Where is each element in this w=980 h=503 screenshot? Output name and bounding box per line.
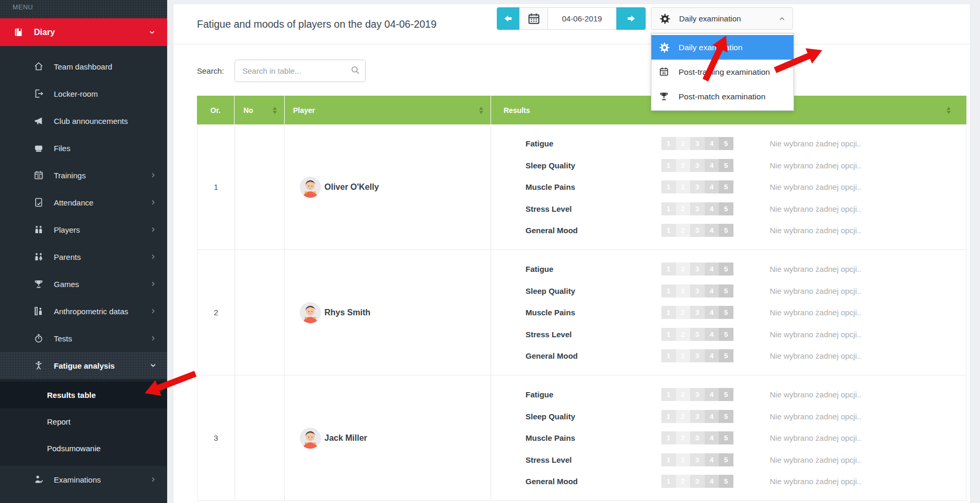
- rating-5-button[interactable]: 5: [719, 306, 733, 319]
- rating-1-button[interactable]: 1: [661, 349, 676, 362]
- rating-3-button[interactable]: 3: [690, 410, 705, 423]
- rating-5-button[interactable]: 5: [719, 431, 733, 444]
- rating-4-button[interactable]: 4: [705, 262, 719, 276]
- rating-4-button[interactable]: 4: [705, 159, 719, 172]
- rating-5-button[interactable]: 5: [719, 349, 733, 362]
- rating-3-button[interactable]: 3: [690, 202, 705, 215]
- rating-4-button[interactable]: 4: [705, 453, 719, 466]
- rating-4-button[interactable]: 4: [705, 306, 719, 319]
- rating-2-button[interactable]: 2: [676, 410, 691, 423]
- sidebar-item-diary[interactable]: Diary: [0, 18, 167, 46]
- rating-4-button[interactable]: 4: [705, 328, 719, 341]
- rating-3-button[interactable]: 3: [690, 137, 705, 150]
- rating-2-button[interactable]: 2: [676, 137, 691, 150]
- rating-5-button[interactable]: 5: [719, 328, 733, 341]
- rating-1-button[interactable]: 1: [661, 159, 676, 172]
- calendar-button[interactable]: [519, 7, 548, 30]
- rating-2-button[interactable]: 2: [676, 475, 691, 488]
- rating-1-button[interactable]: 1: [661, 306, 676, 319]
- rating-2-button[interactable]: 2: [676, 159, 691, 172]
- sidebar-item-podsumowanie[interactable]: Podsumowanie: [0, 435, 167, 462]
- rating-3-button[interactable]: 3: [690, 262, 705, 276]
- rating-4-button[interactable]: 4: [705, 224, 719, 237]
- rating-5-button[interactable]: 5: [719, 202, 733, 215]
- rating-3-button[interactable]: 3: [690, 431, 705, 444]
- rating-5-button[interactable]: 5: [719, 388, 733, 401]
- rating-1-button[interactable]: 1: [661, 410, 676, 423]
- rating-1-button[interactable]: 1: [661, 224, 676, 237]
- rating-2-button[interactable]: 2: [676, 224, 691, 237]
- rating-1-button[interactable]: 1: [661, 202, 676, 215]
- rating-1-button[interactable]: 1: [661, 431, 676, 444]
- sidebar-item-parents[interactable]: Parents: [0, 243, 167, 270]
- rating-2-button[interactable]: 2: [676, 306, 691, 319]
- rating-3-button[interactable]: 3: [690, 306, 705, 319]
- sidebar-item-fatigue-analysis[interactable]: Fatigue analysis: [0, 352, 167, 379]
- rating-4-button[interactable]: 4: [705, 349, 719, 362]
- sidebar-item-anthropometric-datas[interactable]: Anthropometric datas: [0, 298, 167, 325]
- rating-4-button[interactable]: 4: [705, 475, 719, 488]
- exam-option-post-match-examination[interactable]: Post-match examination: [651, 84, 794, 109]
- search-input[interactable]: [235, 60, 366, 82]
- sidebar-item-club-announcements[interactable]: Club announcements: [0, 107, 167, 134]
- sidebar-item-tests[interactable]: Tests: [0, 325, 167, 352]
- rating-3-button[interactable]: 3: [690, 224, 705, 237]
- rating-5-button[interactable]: 5: [719, 159, 733, 172]
- sidebar-item-attendance[interactable]: Attendance: [0, 189, 167, 216]
- rating-1-button[interactable]: 1: [661, 453, 676, 466]
- rating-1-button[interactable]: 1: [661, 180, 676, 193]
- rating-1-button[interactable]: 1: [661, 475, 676, 488]
- exam-option-post-training-examination[interactable]: 31 Post-training examination: [651, 60, 794, 84]
- rating-5-button[interactable]: 5: [719, 224, 733, 237]
- sidebar-item-team-dashboard[interactable]: Team dashboard: [0, 53, 167, 80]
- previous-day-button[interactable]: [497, 7, 519, 30]
- rating-4-button[interactable]: 4: [705, 284, 719, 298]
- rating-4-button[interactable]: 4: [705, 431, 719, 444]
- rating-4-button[interactable]: 4: [705, 410, 719, 423]
- rating-2-button[interactable]: 2: [676, 180, 691, 193]
- rating-4-button[interactable]: 4: [705, 202, 719, 215]
- rating-2-button[interactable]: 2: [676, 202, 691, 215]
- rating-1-button[interactable]: 1: [661, 388, 676, 401]
- examination-type-select[interactable]: Daily examination: [651, 7, 793, 30]
- sidebar-item-locker-room[interactable]: Locker-room: [0, 80, 167, 107]
- rating-2-button[interactable]: 2: [676, 262, 691, 276]
- rating-3-button[interactable]: 3: [690, 475, 705, 488]
- date-field[interactable]: [548, 7, 616, 30]
- sidebar-item-files[interactable]: Files: [0, 134, 167, 162]
- rating-5-button[interactable]: 5: [719, 284, 733, 298]
- rating-2-button[interactable]: 2: [676, 453, 691, 466]
- rating-5-button[interactable]: 5: [719, 410, 733, 423]
- rating-2-button[interactable]: 2: [676, 431, 691, 444]
- rating-2-button[interactable]: 2: [676, 328, 691, 341]
- sidebar-item-players[interactable]: Players: [0, 216, 167, 243]
- rating-5-button[interactable]: 5: [719, 262, 733, 276]
- next-day-button[interactable]: [616, 7, 646, 30]
- rating-4-button[interactable]: 4: [705, 180, 719, 193]
- rating-3-button[interactable]: 3: [690, 388, 705, 401]
- exam-option-daily-examination[interactable]: Daily examination: [651, 35, 794, 60]
- rating-4-button[interactable]: 4: [705, 388, 719, 401]
- sidebar-item-examinations[interactable]: Examinations: [0, 466, 167, 493]
- rating-3-button[interactable]: 3: [690, 453, 705, 466]
- rating-3-button[interactable]: 3: [690, 180, 705, 193]
- rating-3-button[interactable]: 3: [690, 328, 705, 341]
- rating-2-button[interactable]: 2: [676, 388, 691, 401]
- sidebar-item-trainings[interactable]: 31Trainings: [0, 162, 167, 189]
- rating-5-button[interactable]: 5: [719, 475, 733, 488]
- rating-1-button[interactable]: 1: [661, 262, 676, 276]
- rating-5-button[interactable]: 5: [719, 137, 733, 150]
- rating-1-button[interactable]: 1: [661, 284, 676, 298]
- column-header-no[interactable]: No: [235, 96, 285, 124]
- rating-2-button[interactable]: 2: [676, 284, 691, 298]
- rating-1-button[interactable]: 1: [661, 328, 676, 341]
- rating-3-button[interactable]: 3: [690, 349, 705, 362]
- rating-5-button[interactable]: 5: [719, 180, 733, 193]
- rating-2-button[interactable]: 2: [676, 349, 691, 362]
- rating-3-button[interactable]: 3: [690, 284, 705, 298]
- column-header-player[interactable]: Player: [285, 96, 491, 124]
- sidebar-item-games[interactable]: Games: [0, 270, 167, 298]
- sidebar-item-report[interactable]: Report: [0, 408, 167, 435]
- rating-1-button[interactable]: 1: [661, 137, 676, 150]
- rating-3-button[interactable]: 3: [690, 159, 705, 172]
